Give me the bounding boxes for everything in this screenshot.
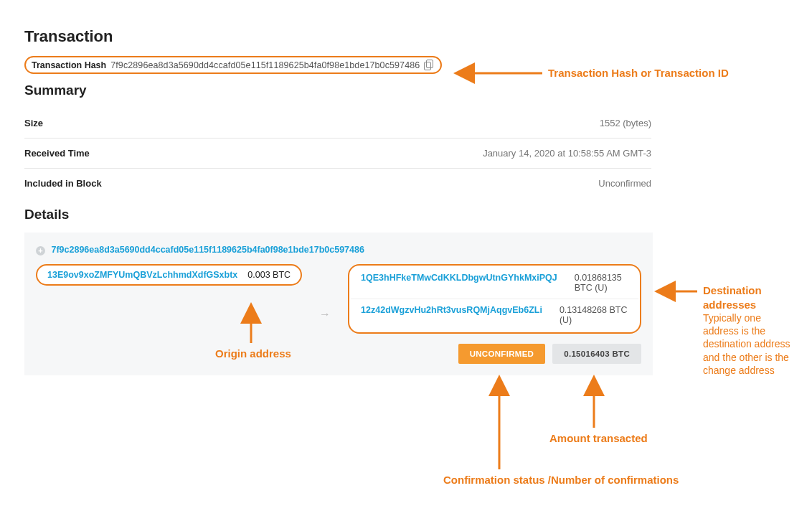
annotation-destination-sub: Typically one address is the destination… bbox=[703, 311, 796, 377]
output-row: 12z42dWgzvHu2hRt3vusRQMjAqgvEb6ZLi 0.131… bbox=[351, 299, 638, 331]
summary-label: Received Time bbox=[24, 148, 90, 159]
output-amount: 0.01868135 BTC (U) bbox=[575, 273, 628, 293]
output-address-link[interactable]: 12z42dWgzvHu2hRt3vusRQMjAqgvEb6ZLi bbox=[361, 305, 542, 325]
output-panel: 1QE3hHFkeTMwCdKKLDbgwUtnGYhkMxiPQJ 0.018… bbox=[348, 264, 641, 334]
status-badge-unconfirmed: UNCONFIRMED bbox=[458, 344, 546, 364]
output-address-link[interactable]: 1QE3hHFkeTMwCdKKLDbgwUtnGYhkMxiPQJ bbox=[361, 273, 557, 293]
expand-icon[interactable]: + bbox=[36, 246, 45, 255]
annotation-hash: Transaction Hash or Transaction ID bbox=[548, 66, 729, 80]
summary-value: Unconfirmed bbox=[598, 178, 651, 189]
summary-heading: Summary bbox=[24, 83, 788, 98]
summary-value: 1552 (bytes) bbox=[600, 118, 651, 128]
summary-table: Size 1552 (bytes) Received Time January … bbox=[24, 108, 651, 198]
input-amount: 0.003 BTC bbox=[247, 270, 291, 280]
summary-row-block: Included in Block Unconfirmed bbox=[24, 169, 651, 198]
page-title: Transaction bbox=[24, 27, 788, 46]
output-row: 1QE3hHFkeTMwCdKKLDbgwUtnGYhkMxiPQJ 0.018… bbox=[351, 267, 638, 299]
annotation-amount: Amount transacted bbox=[549, 431, 648, 446]
details-panel: + 7f9c2896ea8d3a5690dd4ccafd05e115f11896… bbox=[24, 233, 653, 375]
input-panel: 13E9ov9xoZMFYUmQBVzLchhmdXdfGSxbtx 0.003… bbox=[36, 264, 302, 286]
annotation-status: Confirmation status /Number of confirmat… bbox=[443, 473, 679, 487]
transaction-hash-value: 7f9c2896ea8d3a5690dd4ccafd05e115f1189625… bbox=[110, 60, 420, 70]
details-hash-row: + 7f9c2896ea8d3a5690dd4ccafd05e115f11896… bbox=[36, 243, 641, 255]
summary-value: January 14, 2020 at 10:58:55 AM GMT-3 bbox=[483, 148, 651, 159]
transaction-hash-label: Transaction Hash bbox=[32, 60, 106, 70]
annotation-destination-title: Destination addresses bbox=[703, 283, 796, 311]
details-heading: Details bbox=[24, 207, 788, 222]
transaction-hash-row: Transaction Hash 7f9c2896ea8d3a5690dd4cc… bbox=[24, 56, 442, 74]
summary-row-received: Received Time January 14, 2020 at 10:58:… bbox=[24, 139, 651, 169]
input-address-link[interactable]: 13E9ov9xoZMFYUmQBVzLchhmdXdfGSxbtx bbox=[47, 270, 237, 280]
output-amount: 0.13148268 BTC (U) bbox=[560, 305, 628, 325]
copy-icon[interactable] bbox=[424, 60, 433, 70]
annotation-destination: Destination addresses Typically one addr… bbox=[703, 283, 796, 377]
total-amount-badge: 0.15016403 BTC bbox=[552, 344, 641, 364]
summary-label: Included in Block bbox=[24, 178, 102, 189]
summary-label: Size bbox=[24, 118, 43, 128]
details-hash-link[interactable]: 7f9c2896ea8d3a5690dd4ccafd05e115f1189625… bbox=[51, 245, 364, 255]
annotation-origin: Origin address bbox=[215, 347, 291, 361]
summary-row-size: Size 1552 (bytes) bbox=[24, 108, 651, 139]
arrow-right-icon: → bbox=[315, 305, 335, 324]
